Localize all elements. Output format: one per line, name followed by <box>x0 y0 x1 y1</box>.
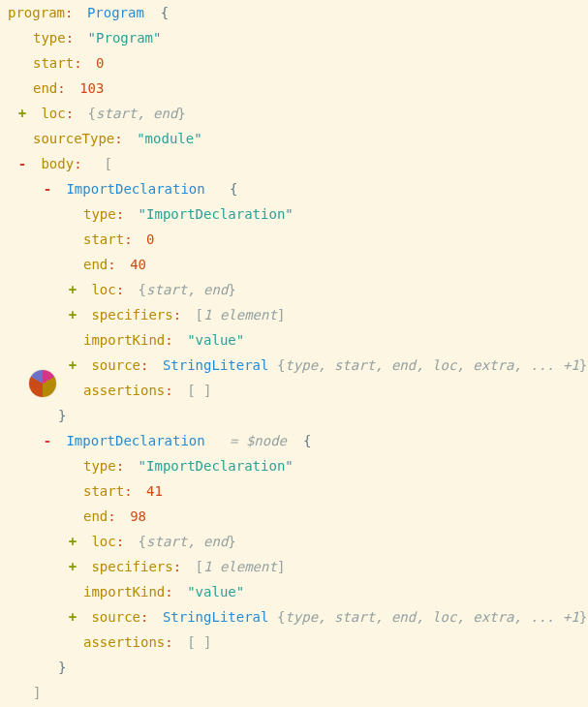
object-preview: start, end <box>146 534 228 549</box>
pie-decoration-icon <box>29 370 56 397</box>
string-value: "value" <box>187 332 244 348</box>
prop-row[interactable]: type: "Program" <box>8 25 580 50</box>
type-name: ImportDeclaration <box>66 433 204 448</box>
array-preview: 1 element <box>203 559 277 574</box>
prop-row-collapsed[interactable]: + source: StringLiteral {type, start, en… <box>8 353 580 378</box>
prop-row[interactable]: importKind: "value" <box>8 579 580 604</box>
prop-row[interactable]: importKind: "value" <box>8 327 580 353</box>
number-value: 98 <box>130 508 146 524</box>
key-label: source <box>91 357 140 373</box>
type-name: ImportDeclaration <box>66 181 204 197</box>
prop-row[interactable]: type: "ImportDeclaration" <box>8 201 580 227</box>
open-brace: { <box>230 181 237 197</box>
object-preview: type, start, end, loc, extra, ... +1 <box>285 357 578 373</box>
close-brace-row: } <box>8 403 580 428</box>
prop-row[interactable]: assertions: [ ] <box>8 378 580 403</box>
collapse-icon[interactable]: - <box>41 176 54 201</box>
key-label: sourceType <box>33 131 114 146</box>
string-value: "module" <box>137 131 201 146</box>
empty-array: [ ] <box>187 634 211 650</box>
key-label: assertions <box>83 634 165 650</box>
prop-row[interactable]: end: 103 <box>8 76 580 101</box>
key-label: specifiers <box>91 307 172 323</box>
array-open-row[interactable]: - body: [ <box>8 151 580 176</box>
key-label: type <box>33 30 66 46</box>
close-brace-row: } <box>8 655 580 680</box>
number-value: 0 <box>146 231 154 247</box>
key-label: type <box>83 206 116 222</box>
expand-icon[interactable]: + <box>66 529 79 554</box>
key-label: body <box>41 156 74 171</box>
close-bracket-row: ] <box>8 680 580 705</box>
open-brace: { <box>161 5 169 20</box>
close-bracket: ] <box>33 685 41 700</box>
string-value: "ImportDeclaration" <box>139 458 294 474</box>
key-label: source <box>91 609 140 625</box>
prop-row-collapsed[interactable]: + loc: {start, end} <box>8 277 580 302</box>
prop-row[interactable]: start: 0 <box>8 227 580 252</box>
key-label: end <box>33 80 57 96</box>
key-label: end <box>83 257 108 272</box>
expand-icon[interactable]: + <box>66 604 79 630</box>
prop-row[interactable]: start: 0 <box>8 50 580 76</box>
number-value: 41 <box>146 483 163 499</box>
type-name: StringLiteral <box>163 357 269 373</box>
key-label: specifiers <box>91 559 172 574</box>
expand-icon[interactable]: + <box>66 277 79 302</box>
number-value: 40 <box>130 257 146 272</box>
annotation: = $node <box>230 433 287 448</box>
prop-row[interactable]: sourceType: "module" <box>8 126 580 151</box>
string-value: "ImportDeclaration" <box>139 206 294 222</box>
close-brace: } <box>58 408 66 423</box>
number-value: 0 <box>96 55 104 71</box>
type-name: StringLiteral <box>163 609 269 625</box>
string-value: "value" <box>187 584 244 599</box>
string-value: "Program" <box>88 30 162 46</box>
key-label: start <box>83 483 124 499</box>
type-name: Program <box>87 5 144 20</box>
colon: : <box>65 5 73 20</box>
ast-viewer: program: Program { type: "Program" start… <box>0 0 588 707</box>
collapse-icon[interactable]: - <box>15 151 29 176</box>
prop-row-collapsed[interactable]: + source: StringLiteral {type, start, en… <box>8 604 580 630</box>
node-header[interactable]: - ImportDeclaration = $node { <box>8 428 580 453</box>
open-brace: { <box>303 433 311 448</box>
key-label: importKind <box>83 332 165 348</box>
prop-row[interactable]: type: "ImportDeclaration" <box>8 453 580 478</box>
key-label: type <box>83 458 116 474</box>
object-preview: start, end <box>146 282 228 297</box>
key-label: end <box>83 508 108 524</box>
key-label: loc <box>91 534 115 549</box>
close-brace: } <box>58 660 66 675</box>
open-bracket: [ <box>104 156 111 171</box>
key-label: importKind <box>83 584 165 599</box>
prop-row-collapsed[interactable]: + specifiers: [1 element] <box>8 302 580 327</box>
key-label: start <box>33 55 74 71</box>
prop-row[interactable]: start: 41 <box>8 478 580 504</box>
expand-icon[interactable]: + <box>66 302 79 327</box>
expand-icon[interactable]: + <box>15 101 29 126</box>
key-label: loc <box>41 106 65 121</box>
key-label: assertions <box>83 383 165 398</box>
key-label: program <box>8 5 65 20</box>
prop-row-collapsed[interactable]: + loc: {start, end} <box>8 101 580 126</box>
prop-row-collapsed[interactable]: + specifiers: [1 element] <box>8 554 580 579</box>
expand-icon[interactable]: + <box>66 353 79 378</box>
expand-icon[interactable]: + <box>66 554 79 579</box>
array-preview: 1 element <box>203 307 277 323</box>
object-preview: start, end <box>96 106 177 121</box>
empty-array: [ ] <box>187 383 211 398</box>
prop-row[interactable]: end: 40 <box>8 252 580 277</box>
node-header[interactable]: program: Program { <box>8 0 580 25</box>
prop-row-collapsed[interactable]: + loc: {start, end} <box>8 529 580 554</box>
object-preview: type, start, end, loc, extra, ... +1 <box>285 609 578 625</box>
number-value: 103 <box>79 80 104 96</box>
key-label: loc <box>91 282 115 297</box>
collapse-icon[interactable]: - <box>41 428 54 453</box>
key-label: start <box>83 231 124 247</box>
node-header[interactable]: - ImportDeclaration { <box>8 176 580 201</box>
prop-row[interactable]: end: 98 <box>8 504 580 529</box>
prop-row[interactable]: assertions: [ ] <box>8 630 580 655</box>
